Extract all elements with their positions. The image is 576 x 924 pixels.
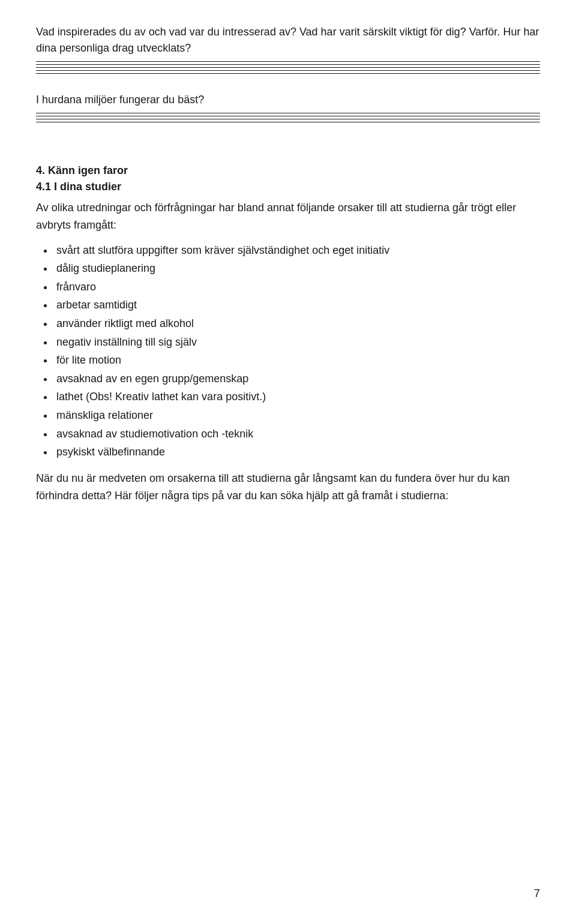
section-intro: Av olika utredningar och förfrågningar h… xyxy=(36,199,540,234)
answer-line-2-1 xyxy=(36,113,540,113)
list-item: lathet (Obs! Kreativ lathet kan vara pos… xyxy=(54,388,540,406)
list-item: psykiskt välbefinnande xyxy=(54,443,540,461)
list-item: avsaknad av studiemotivation och -teknik xyxy=(54,425,540,443)
closing-text: När du nu är medveten om orsakerna till … xyxy=(36,470,540,505)
list-item: dålig studieplanering xyxy=(54,259,540,278)
list-item: svårt att slutföra uppgifter som kräver … xyxy=(54,241,540,260)
answer-line-1-3 xyxy=(36,67,540,68)
list-item: frånvaro xyxy=(54,278,540,296)
page-number: 7 xyxy=(534,887,540,900)
answer-line-1-5 xyxy=(36,73,540,74)
answer-line-1-4 xyxy=(36,70,540,71)
answer-line-1-1 xyxy=(36,61,540,62)
question-2-lines xyxy=(36,113,540,122)
answer-line-2-2 xyxy=(36,116,540,116)
answer-line-1-2 xyxy=(36,64,540,65)
list-item: avsaknad av en egen grupp/gemenskap xyxy=(54,370,540,388)
answer-line-2-3 xyxy=(36,119,540,119)
question-1-text: Vad inspirerades du av och vad var du in… xyxy=(36,24,540,56)
causes-list: svårt att slutföra uppgifter som kräver … xyxy=(36,241,540,461)
question-1: Vad inspirerades du av och vad var du in… xyxy=(36,24,540,74)
subsection-heading: 4.1 I dina studier xyxy=(36,181,540,193)
question-2-text: I hurdana miljöer fungerar du bäst? xyxy=(36,92,540,108)
list-item: arbetar samtidigt xyxy=(54,296,540,314)
list-item: för lite motion xyxy=(54,351,540,370)
list-item: använder riktligt med alkohol xyxy=(54,314,540,333)
question-1-lines xyxy=(36,61,540,74)
list-item: mänskliga relationer xyxy=(54,406,540,425)
answer-line-2-4 xyxy=(36,122,540,122)
section-heading: 4. Känn igen faror xyxy=(36,164,540,177)
question-2: I hurdana miljöer fungerar du bäst? xyxy=(36,92,540,122)
list-item: negativ inställning till sig själv xyxy=(54,333,540,352)
